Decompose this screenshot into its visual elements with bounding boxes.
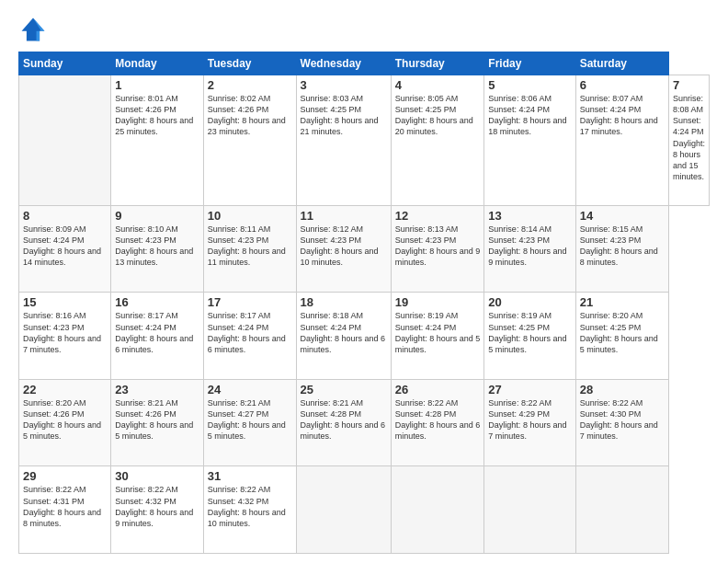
day-info: Sunrise: 8:21 AM Sunset: 4:28 PM Dayligh…: [301, 397, 387, 442]
col-sunday: Sunday: [19, 52, 111, 75]
day-info: Sunrise: 8:12 AM Sunset: 4:23 PM Dayligh…: [301, 224, 387, 269]
day-info: Sunrise: 8:01 AM Sunset: 4:26 PM Dayligh…: [115, 93, 199, 138]
day-number: 3: [301, 78, 387, 92]
table-cell: [19, 75, 111, 206]
calendar-header-row: Sunday Monday Tuesday Wednesday Thursday…: [19, 52, 710, 75]
day-number: 23: [115, 383, 199, 396]
col-friday: Friday: [484, 52, 575, 75]
table-cell: 4Sunrise: 8:05 AM Sunset: 4:25 PM Daylig…: [391, 75, 484, 206]
day-info: Sunrise: 8:17 AM Sunset: 4:24 PM Dayligh…: [208, 310, 292, 355]
week-row-4: 22Sunrise: 8:20 AM Sunset: 4:26 PM Dayli…: [19, 379, 710, 466]
table-cell: 29Sunrise: 8:22 AM Sunset: 4:31 PM Dayli…: [19, 466, 111, 554]
day-info: Sunrise: 8:02 AM Sunset: 4:26 PM Dayligh…: [208, 93, 292, 138]
day-info: Sunrise: 8:14 AM Sunset: 4:23 PM Dayligh…: [488, 224, 571, 269]
table-cell: [296, 466, 391, 554]
week-row-2: 8Sunrise: 8:09 AM Sunset: 4:24 PM Daylig…: [19, 205, 710, 293]
day-number: 25: [301, 383, 387, 396]
day-info: Sunrise: 8:19 AM Sunset: 4:24 PM Dayligh…: [395, 310, 481, 355]
day-info: Sunrise: 8:18 AM Sunset: 4:24 PM Dayligh…: [301, 310, 387, 355]
day-info: Sunrise: 8:22 AM Sunset: 4:28 PM Dayligh…: [395, 397, 481, 442]
table-cell: 21Sunrise: 8:20 AM Sunset: 4:25 PM Dayli…: [575, 293, 668, 380]
day-info: Sunrise: 8:03 AM Sunset: 4:25 PM Dayligh…: [301, 93, 387, 138]
table-cell: 5Sunrise: 8:06 AM Sunset: 4:24 PM Daylig…: [484, 75, 575, 206]
day-info: Sunrise: 8:11 AM Sunset: 4:23 PM Dayligh…: [208, 224, 292, 269]
table-cell: 22Sunrise: 8:20 AM Sunset: 4:26 PM Dayli…: [19, 379, 111, 466]
day-number: 29: [23, 469, 107, 483]
day-info: Sunrise: 8:21 AM Sunset: 4:26 PM Dayligh…: [115, 397, 199, 442]
table-cell: 28Sunrise: 8:22 AM Sunset: 4:30 PM Dayli…: [575, 379, 668, 466]
day-info: Sunrise: 8:15 AM Sunset: 4:23 PM Dayligh…: [580, 224, 665, 269]
table-cell: [484, 466, 575, 554]
day-number: 22: [23, 383, 107, 396]
table-cell: [391, 466, 484, 554]
table-cell: [575, 466, 668, 554]
col-wednesday: Wednesday: [296, 52, 391, 75]
day-info: Sunrise: 8:08 AM Sunset: 4:24 PM Dayligh…: [673, 93, 705, 182]
week-row-1: 1Sunrise: 8:01 AM Sunset: 4:26 PM Daylig…: [19, 75, 710, 206]
day-number: 31: [208, 469, 292, 483]
header: [18, 15, 710, 44]
table-cell: 18Sunrise: 8:18 AM Sunset: 4:24 PM Dayli…: [296, 293, 391, 380]
day-number: 6: [580, 78, 665, 92]
table-cell: 8Sunrise: 8:09 AM Sunset: 4:24 PM Daylig…: [19, 205, 111, 293]
day-number: 11: [301, 209, 387, 223]
day-number: 21: [580, 295, 665, 309]
week-row-5: 29Sunrise: 8:22 AM Sunset: 4:31 PM Dayli…: [19, 466, 710, 554]
logo-icon: [18, 15, 48, 44]
table-cell: 23Sunrise: 8:21 AM Sunset: 4:26 PM Dayli…: [111, 379, 204, 466]
day-info: Sunrise: 8:05 AM Sunset: 4:25 PM Dayligh…: [395, 93, 481, 138]
day-number: 18: [301, 295, 387, 309]
table-cell: 14Sunrise: 8:15 AM Sunset: 4:23 PM Dayli…: [575, 205, 668, 293]
day-number: 10: [208, 209, 292, 223]
col-tuesday: Tuesday: [203, 52, 296, 75]
day-info: Sunrise: 8:20 AM Sunset: 4:26 PM Dayligh…: [23, 397, 107, 442]
table-cell: 16Sunrise: 8:17 AM Sunset: 4:24 PM Dayli…: [111, 293, 204, 380]
table-cell: 19Sunrise: 8:19 AM Sunset: 4:24 PM Dayli…: [391, 293, 484, 380]
table-cell: 6Sunrise: 8:07 AM Sunset: 4:24 PM Daylig…: [575, 75, 668, 206]
day-info: Sunrise: 8:19 AM Sunset: 4:25 PM Dayligh…: [488, 310, 571, 355]
day-number: 19: [395, 295, 481, 309]
day-info: Sunrise: 8:06 AM Sunset: 4:24 PM Dayligh…: [488, 93, 571, 138]
day-number: 26: [395, 383, 481, 396]
table-cell: 24Sunrise: 8:21 AM Sunset: 4:27 PM Dayli…: [203, 379, 296, 466]
table-cell: 17Sunrise: 8:17 AM Sunset: 4:24 PM Dayli…: [203, 293, 296, 380]
day-number: 7: [673, 78, 705, 92]
day-number: 13: [488, 209, 571, 223]
day-number: 4: [395, 78, 481, 92]
day-number: 9: [115, 209, 199, 223]
day-info: Sunrise: 8:16 AM Sunset: 4:23 PM Dayligh…: [23, 310, 107, 355]
table-cell: 2Sunrise: 8:02 AM Sunset: 4:26 PM Daylig…: [203, 75, 296, 206]
day-number: 16: [115, 295, 199, 309]
table-cell: 31Sunrise: 8:22 AM Sunset: 4:32 PM Dayli…: [203, 466, 296, 554]
day-number: 27: [488, 383, 571, 396]
col-saturday: Saturday: [575, 52, 668, 75]
day-info: Sunrise: 8:13 AM Sunset: 4:23 PM Dayligh…: [395, 224, 481, 269]
day-number: 30: [115, 469, 199, 483]
day-number: 12: [395, 209, 481, 223]
calendar-table: Sunday Monday Tuesday Wednesday Thursday…: [18, 52, 710, 554]
day-info: Sunrise: 8:22 AM Sunset: 4:31 PM Dayligh…: [23, 484, 107, 529]
table-cell: 10Sunrise: 8:11 AM Sunset: 4:23 PM Dayli…: [203, 205, 296, 293]
day-info: Sunrise: 8:22 AM Sunset: 4:32 PM Dayligh…: [115, 484, 199, 529]
table-cell: 26Sunrise: 8:22 AM Sunset: 4:28 PM Dayli…: [391, 379, 484, 466]
table-cell: 12Sunrise: 8:13 AM Sunset: 4:23 PM Dayli…: [391, 205, 484, 293]
week-row-3: 15Sunrise: 8:16 AM Sunset: 4:23 PM Dayli…: [19, 293, 710, 380]
day-number: 8: [23, 209, 107, 223]
table-cell: 3Sunrise: 8:03 AM Sunset: 4:25 PM Daylig…: [296, 75, 391, 206]
day-number: 5: [488, 78, 571, 92]
day-info: Sunrise: 8:22 AM Sunset: 4:30 PM Dayligh…: [580, 397, 665, 442]
day-info: Sunrise: 8:09 AM Sunset: 4:24 PM Dayligh…: [23, 224, 107, 269]
day-info: Sunrise: 8:10 AM Sunset: 4:23 PM Dayligh…: [115, 224, 199, 269]
page: Sunday Monday Tuesday Wednesday Thursday…: [0, 0, 728, 563]
table-cell: 20Sunrise: 8:19 AM Sunset: 4:25 PM Dayli…: [484, 293, 575, 380]
day-info: Sunrise: 8:22 AM Sunset: 4:29 PM Dayligh…: [488, 397, 571, 442]
day-number: 2: [208, 78, 292, 92]
day-number: 14: [580, 209, 665, 223]
day-number: 24: [208, 383, 292, 396]
day-number: 20: [488, 295, 571, 309]
table-cell: 13Sunrise: 8:14 AM Sunset: 4:23 PM Dayli…: [484, 205, 575, 293]
day-number: 17: [208, 295, 292, 309]
logo: [18, 15, 51, 44]
table-cell: 30Sunrise: 8:22 AM Sunset: 4:32 PM Dayli…: [111, 466, 204, 554]
table-cell: 27Sunrise: 8:22 AM Sunset: 4:29 PM Dayli…: [484, 379, 575, 466]
